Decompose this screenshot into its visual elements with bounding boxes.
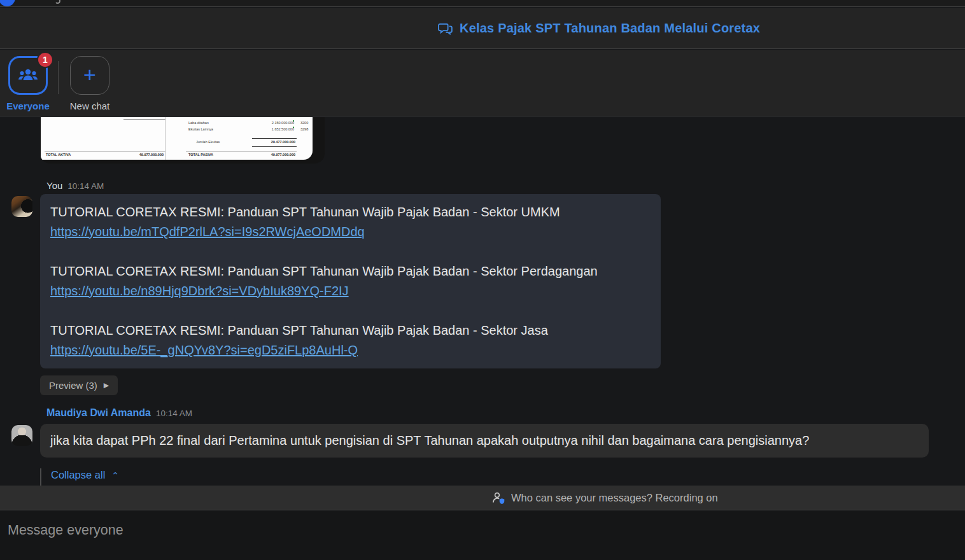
message-timestamp: 10:14 AM xyxy=(156,409,192,418)
privacy-status-bar: Who can see your messages? Recording on xyxy=(0,486,965,510)
row-value: 1.652.500.000 xyxy=(244,127,294,131)
message-text: TUTORIAL CORETAX RESMI: Panduan SPT Tahu… xyxy=(50,321,651,340)
message-timestamp: 10:14 AM xyxy=(67,181,104,191)
new-chat-button[interactable]: + xyxy=(70,56,109,95)
total-aktiva-value: 49.977.000.000 xyxy=(111,153,164,157)
top-strip xyxy=(0,0,965,7)
collapse-all-button[interactable]: Collapse all ⌃ xyxy=(51,469,119,481)
message-author: You xyxy=(46,180,62,191)
message-bubble[interactable]: TUTORIAL CORETAX RESMI: Panduan SPT Tahu… xyxy=(40,194,661,368)
total-pasiva-value: 49.977.000.000 xyxy=(243,153,295,157)
sum-label: Jumlah Ekuitas xyxy=(196,140,220,144)
person-shield-icon xyxy=(491,491,506,505)
message-text: TUTORIAL CORETAX RESMI: Panduan SPT Tahu… xyxy=(50,262,651,281)
meeting-title-text: Kelas Pajak SPT Tahunan Badan Melalui Co… xyxy=(460,21,760,36)
partial-avatar-icon xyxy=(0,0,15,6)
row-label: Laba ditahan xyxy=(188,121,209,125)
chevron-up-icon: ⌃ xyxy=(111,470,119,480)
sum-value: 29.477.000.000 xyxy=(246,140,295,144)
privacy-status[interactable]: Who can see your messages? Recording on xyxy=(491,486,718,510)
chat-bubbles-icon xyxy=(438,20,454,36)
message-header: Maudiya Dwi Amanda 10:14 AM xyxy=(46,407,192,419)
spreadsheet-snippet: TOTAL AKTIVA 49.977.000.000 Laba ditahan… xyxy=(41,117,313,160)
row-value: 2.150.000.000 xyxy=(244,121,294,125)
meeting-title[interactable]: Kelas Pajak SPT Tahunan Badan Melalui Co… xyxy=(438,8,760,49)
row-code: 3298 xyxy=(300,127,308,131)
chat-toolbar: 1 + Everyone New chat xyxy=(0,50,965,116)
message-input[interactable] xyxy=(8,520,956,540)
thread-indicator-line xyxy=(40,468,41,487)
message-bubble[interactable]: jika kita dapat PPh 22 final dari Pertam… xyxy=(40,424,929,458)
sheet-column-divider xyxy=(165,117,166,160)
everyone-label[interactable]: Everyone xyxy=(0,101,56,111)
message-text: TUTORIAL CORETAX RESMI: Panduan SPT Tahu… xyxy=(50,202,651,222)
preview-toggle-button[interactable]: Preview (3) ▶ xyxy=(40,375,118,395)
chat-header: Kelas Pajak SPT Tahunan Badan Melalui Co… xyxy=(0,8,965,49)
expand-arrow-icon: ▶ xyxy=(104,381,109,389)
preview-label: Preview (3) xyxy=(49,380,97,391)
attachment-image-balance-sheet[interactable]: TOTAL AKTIVA 49.977.000.000 Laba ditahan… xyxy=(40,117,325,164)
toolbar-divider xyxy=(58,61,59,94)
people-icon xyxy=(17,66,39,85)
privacy-status-text: Who can see your messages? Recording on xyxy=(511,492,718,504)
meeting-chat-window: Kelas Pajak SPT Tahunan Badan Melalui Co… xyxy=(0,0,965,560)
avatar[interactable] xyxy=(11,196,32,217)
avatar[interactable] xyxy=(11,425,32,446)
message-list[interactable]: TOTAL AKTIVA 49.977.000.000 Laba ditahan… xyxy=(0,117,965,486)
message-text: jika kita dapat PPh 22 final dari Pertam… xyxy=(40,424,929,458)
unread-badge: 1 xyxy=(37,52,53,68)
composer-area xyxy=(0,511,965,560)
youtube-link[interactable]: https://youtu.be/mTQdfP2rlLA?si=I9s2RWcj… xyxy=(50,225,365,239)
message-header: You 10:14 AM xyxy=(46,180,104,191)
collapse-all-label: Collapse all xyxy=(51,469,105,481)
total-pasiva-label: TOTAL PASIVA xyxy=(188,153,213,157)
youtube-link[interactable]: https://youtu.be/n89Hjq9Dbrk?si=VDybIuk8… xyxy=(50,284,349,298)
everyone-button[interactable]: 1 xyxy=(8,56,48,95)
partial-glyph-icon xyxy=(55,0,60,4)
plus-icon: + xyxy=(83,65,96,84)
row-label: Ekuitas Lainnya xyxy=(188,127,213,131)
row-code: 3200 xyxy=(300,121,308,125)
message-author[interactable]: Maudiya Dwi Amanda xyxy=(46,407,151,419)
total-aktiva-label: TOTAL AKTIVA xyxy=(46,153,71,157)
new-chat-label[interactable]: New chat xyxy=(62,101,118,111)
youtube-link[interactable]: https://youtu.be/5E-_gNQYv8Y?si=egD5ziFL… xyxy=(50,343,358,357)
